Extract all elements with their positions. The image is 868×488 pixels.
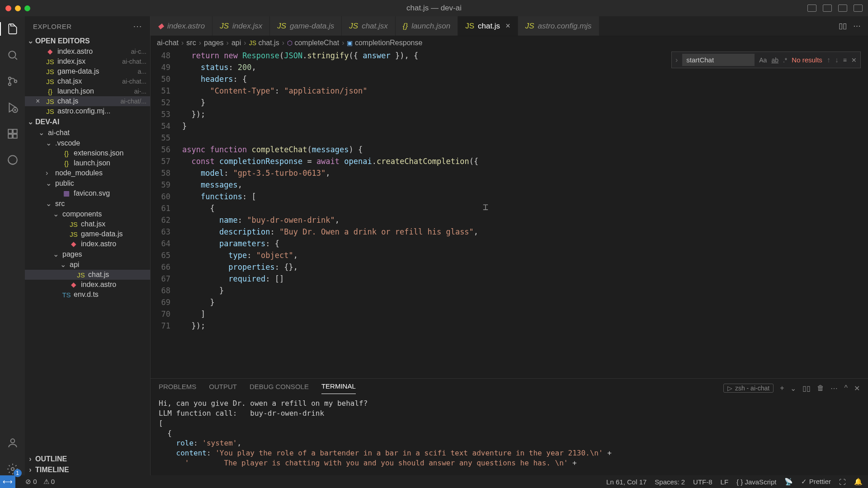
editor-tab[interactable]: JSastro.config.mjs [518,16,599,36]
panel-tab[interactable]: TERMINAL [321,382,356,394]
open-editor-item[interactable]: JSgame-data.jsa... [25,66,150,76]
tree-item[interactable]: ◆index.astro [25,239,150,249]
title-bar: chat.js — dev-ai [0,0,868,16]
match-case-icon[interactable]: Aa [759,54,767,66]
encoding[interactable]: UTF-8 [693,478,712,486]
breadcrumb-item[interactable]: pages [204,39,224,47]
panel-tab[interactable]: OUTPUT [209,383,237,394]
open-editor-item[interactable]: JSindex.jsxai-chat... [25,56,150,66]
split-terminal-icon[interactable]: ▯▯ [802,384,811,393]
breadcrumb-item[interactable]: ⬡ completeChat [287,39,339,47]
find-prev-icon[interactable]: ↑ [827,54,830,66]
remote-indicator[interactable]: ⟷ [0,475,15,488]
open-editor-item[interactable]: JSchat.jsxai-chat... [25,76,150,86]
tree-item[interactable]: JSgame-data.js [25,229,150,239]
timeline-section[interactable]: ›TIMELINE [25,465,150,475]
new-terminal-icon[interactable]: + [780,384,784,392]
maximize-window-icon[interactable] [24,5,30,11]
outline-section[interactable]: ›OUTLINE [25,454,150,465]
source-control-icon[interactable] [6,75,19,88]
regex-icon[interactable]: .* [783,54,787,66]
warnings-count[interactable]: ⚠ 0 [43,478,55,486]
tree-item[interactable]: ⌄ai-chat [25,127,150,138]
tree-item[interactable]: ⌄api [25,259,150,270]
language-mode[interactable]: { } JavaScript [736,478,776,486]
tree-item[interactable]: ›node_modules [25,168,150,178]
match-word-icon[interactable]: ab [771,54,778,66]
split-editor-icon[interactable]: ▯▯ [839,21,847,31]
maximize-panel-icon[interactable]: ^ [844,384,848,392]
code-editor[interactable]: › Aa ab .* No results ↑ ↓ ≡ ✕ 4849505152… [151,50,868,378]
breadcrumb-item[interactable]: ▣ completionResponse [347,39,422,47]
project-section[interactable]: ⌄DEV-AI [25,116,150,127]
more-actions-icon[interactable]: ⋯ [853,21,861,31]
tree-item[interactable]: ⌄components [25,209,150,219]
tree-item[interactable]: JSchat.jsx [25,219,150,229]
find-close-icon[interactable]: ✕ [851,54,857,66]
breadcrumb[interactable]: ai-chat›src›pages›api›JS chat.js›⬡ compl… [151,36,868,50]
tree-item[interactable]: ⌄pages [25,249,150,259]
layout-customize-icon[interactable] [854,5,863,12]
edge-icon[interactable] [6,154,19,166]
tree-item[interactable]: JSchat.js [25,270,150,280]
open-editors-section[interactable]: ⌄OPEN EDITORS [25,35,150,47]
open-editor-item[interactable]: {}launch.jsonai-... [25,86,150,96]
svg-point-11 [11,468,14,471]
layout-panel-icon[interactable] [823,5,832,12]
breadcrumb-item[interactable]: src [186,39,196,47]
find-input[interactable] [682,54,755,66]
feedback-icon[interactable]: ⛶ [839,478,846,486]
kill-terminal-icon[interactable]: 🗑 [817,384,824,392]
tree-item[interactable]: {}launch.json [25,158,150,168]
close-panel-icon[interactable]: ✕ [854,384,860,393]
editor-tab[interactable]: JSgame-data.js [270,16,342,36]
open-editor-item[interactable]: JSastro.config.mj... [25,106,150,116]
prettier-status[interactable]: ✓ Prettier [801,478,831,486]
close-window-icon[interactable] [5,5,11,11]
terminal-shell-picker[interactable]: ▷zsh - ai-chat [723,384,774,393]
find-selection-icon[interactable]: ≡ [843,54,847,66]
editor-tab[interactable]: JSindex.jsx [212,16,270,36]
extensions-icon[interactable] [6,127,19,140]
editor-tab[interactable]: JSchat.js× [458,16,518,36]
tree-item[interactable]: {}extensions.json [25,148,150,158]
search-icon[interactable] [6,49,19,61]
tree-item[interactable]: TSenv.d.ts [25,290,150,300]
breadcrumb-item[interactable]: api [231,39,241,47]
indentation[interactable]: Spaces: 2 [655,478,685,486]
panel-tab[interactable]: DEBUG CONSOLE [250,383,309,394]
find-next-icon[interactable]: ↓ [835,54,839,66]
tree-item[interactable]: ⌄public [25,178,150,188]
find-expand-icon[interactable]: › [675,54,678,66]
sidebar-more-icon[interactable]: ⋯ [133,21,142,32]
close-icon[interactable]: × [36,97,43,105]
account-icon[interactable] [6,436,19,449]
radio-tower-icon[interactable]: 📡 [784,478,793,486]
cursor-position[interactable]: Ln 61, Col 17 [606,478,646,486]
panel-tab[interactable]: PROBLEMS [159,383,196,394]
tree-item[interactable]: ▦favicon.svg [25,188,150,198]
terminal-dropdown-icon[interactable]: ⌄ [790,384,796,393]
eol[interactable]: LF [721,478,729,486]
open-editor-item[interactable]: ◆index.astroai-c... [25,47,150,56]
breadcrumb-item[interactable]: ai-chat [157,39,179,47]
editor-tab[interactable]: {}launch.json [396,16,458,36]
layout-sidebar-right-icon[interactable] [838,5,847,12]
open-editor-item[interactable]: ×JSchat.jsai-chat/... [25,96,150,106]
minimize-window-icon[interactable] [15,5,21,11]
bell-icon[interactable]: 🔔 [854,478,863,486]
tree-item[interactable]: ⌄src [25,198,150,209]
layout-sidebar-left-icon[interactable] [807,5,816,12]
run-debug-icon[interactable] [6,101,19,114]
tree-item[interactable]: ◆index.astro [25,280,150,290]
breadcrumb-item[interactable]: JS chat.js [249,39,279,47]
settings-gear-icon[interactable]: 1 [6,463,19,475]
terminal-output[interactable]: Hi, can you give Dr. owen a refill on my… [151,394,868,475]
close-tab-icon[interactable]: × [505,21,510,31]
terminal-more-icon[interactable]: ⋯ [830,384,838,393]
editor-tab[interactable]: ◆index.astro [151,16,212,36]
explorer-icon[interactable] [6,23,19,35]
errors-count[interactable]: ⊘ 0 [25,478,37,486]
tree-item[interactable]: ⌄.vscode [25,138,150,148]
editor-tab[interactable]: JSchat.jsx [342,16,395,36]
